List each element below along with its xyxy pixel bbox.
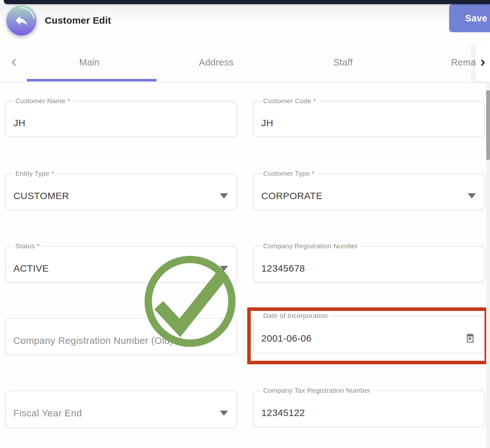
tab-scroll-right-button[interactable] — [475, 44, 490, 81]
customer-name-label: Customer Name * — [13, 97, 73, 105]
annotation-highlight-box — [247, 307, 488, 364]
status-value: ACTIVE — [13, 263, 216, 274]
tab-address[interactable]: Address — [153, 43, 279, 81]
tab-main[interactable]: Main — [27, 43, 152, 81]
triangle-down-icon — [220, 411, 228, 416]
company-tax-registration-number-field[interactable]: Company Tax Registration Number 12345122 — [253, 390, 485, 428]
scrollbar-thumb[interactable] — [486, 90, 490, 160]
customer-name-field[interactable]: Customer Name * JH — [5, 101, 237, 137]
tab-scroll-left-button[interactable] — [8, 43, 20, 81]
system-top-bar — [4, 0, 490, 4]
company-tax-registration-number-label: Company Tax Registration Number — [261, 387, 373, 394]
active-tab-indicator — [27, 79, 157, 81]
save-button[interactable]: Save — [449, 4, 490, 32]
company-registration-number-label: Company Registration Number — [261, 242, 360, 250]
tab-bar: Main Address Staff Remarks — [0, 43, 490, 83]
back-button-gloss — [3, 2, 40, 39]
customer-type-select[interactable]: Customer Type * CORPORATE — [253, 174, 485, 210]
company-registration-number-value: 12345678 — [261, 263, 476, 274]
triangle-down-icon — [468, 193, 476, 198]
customer-code-field[interactable]: Customer Code * JH — [253, 101, 485, 137]
company-registration-number-old-field[interactable]: Company Registration Number (Old) — [5, 318, 237, 355]
company-tax-registration-number-value: 12345122 — [261, 407, 476, 418]
triangle-down-icon — [220, 193, 228, 198]
customer-edit-screen: Customer Edit Save Main Address Staff Re… — [0, 0, 490, 448]
status-label: Status * — [13, 242, 42, 250]
customer-type-label: Customer Type * — [261, 170, 317, 177]
tab-staff[interactable]: Staff — [280, 43, 406, 81]
back-button[interactable] — [6, 5, 36, 35]
entity-type-select[interactable]: Entity Type * CUSTOMER — [5, 174, 237, 210]
customer-code-value: JH — [261, 118, 476, 128]
customer-name-value: JH — [13, 118, 228, 128]
header: Customer Edit Save — [0, 4, 490, 43]
customer-code-label: Customer Code * — [261, 97, 319, 105]
chevron-left-icon — [9, 56, 19, 69]
company-registration-number-old-label: Company Registration Number (Old) — [13, 335, 228, 346]
company-registration-number-field[interactable]: Company Registration Number 12345678 — [253, 246, 485, 283]
chevron-right-icon — [478, 57, 487, 68]
triangle-down-icon — [220, 266, 228, 271]
page-title: Customer Edit — [45, 4, 111, 37]
status-select[interactable]: Status * ACTIVE — [5, 246, 237, 283]
entity-type-label: Entity Type * — [13, 170, 57, 177]
entity-type-value: CUSTOMER — [13, 190, 216, 201]
fiscal-year-end-label: Fiscal Year End — [13, 408, 216, 419]
customer-type-value: CORPORATE — [261, 190, 464, 201]
fiscal-year-end-select[interactable]: Fiscal Year End — [5, 390, 237, 428]
